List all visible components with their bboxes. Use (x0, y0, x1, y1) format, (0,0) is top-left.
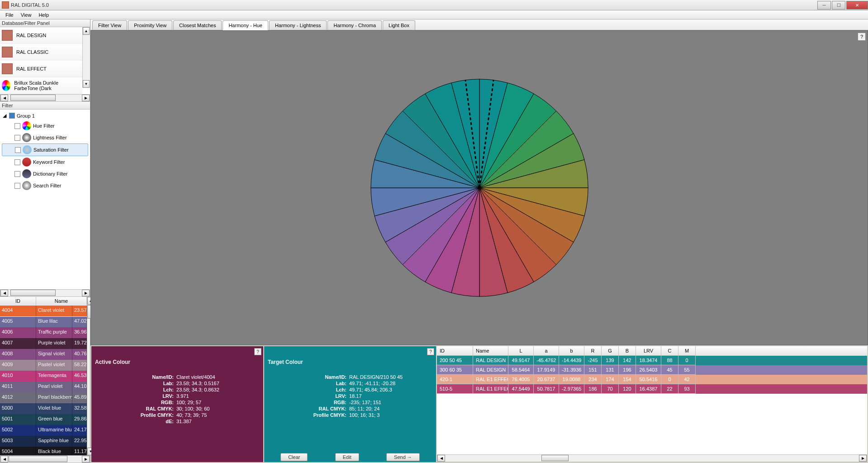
db-item[interactable]: RAL DESIGN (0, 27, 82, 44)
menu-file[interactable]: File (2, 11, 17, 19)
db-swatch-icon (2, 47, 13, 57)
app-icon (2, 1, 9, 9)
table-row[interactable]: 4011Pearl violet44.10 (0, 382, 87, 392)
target-colour-title: Target Colour (268, 359, 432, 365)
help-button[interactable]: ? (254, 348, 261, 355)
filter-item[interactable]: Lightness Filter (2, 132, 88, 143)
minimize-button[interactable]: ─ (817, 1, 831, 10)
table-row[interactable]: 200 50 45RAL DESIGN49.9147-45.4762-14.44… (437, 356, 867, 365)
tab[interactable]: Harmony - Lightness (269, 20, 327, 30)
filter-item[interactable]: Hue Filter (2, 120, 88, 132)
table-row[interactable]: 4008Signal violet40.76 (0, 349, 87, 360)
filter-item[interactable]: Saturation Filter (2, 143, 88, 156)
app-title: RAL DIGITAL 5.0 (11, 2, 816, 8)
left-panel: Database/Filter Panel RAL DESIGNRAL CLAS… (0, 19, 90, 463)
db-item[interactable]: Brillux Scala Dunkle FarbeTone (Dark (0, 77, 82, 94)
db-item[interactable]: RAL CLASSIC (0, 44, 82, 61)
table-row[interactable]: 300 60 35RAL DESIGN58.546417.9149-31.393… (437, 365, 867, 375)
ctable-scroll-h[interactable]: ◀ ▶ (0, 455, 90, 463)
col-header[interactable]: ID (437, 346, 473, 356)
db-swatch-icon (2, 63, 13, 74)
table-row[interactable]: 4009Pastel violet58.22 (0, 360, 87, 371)
filter-item[interactable]: Dictionary Filter (2, 168, 88, 180)
table-row[interactable]: 4006Traffic purple36.96 (0, 327, 87, 338)
tab[interactable]: Harmony - Chroma (327, 20, 382, 30)
col-header[interactable]: C (661, 346, 678, 356)
tab-bar: Filter ViewProximity ViewClosest Matches… (90, 19, 868, 30)
table-row[interactable]: 4007Purple violet19.72 (0, 338, 87, 349)
filter-icon (22, 121, 31, 130)
tab[interactable]: Light Box (383, 20, 415, 30)
close-button[interactable]: ✕ (846, 1, 868, 10)
col-header[interactable]: M (678, 346, 696, 356)
table-row[interactable]: 5000Violet blue32.58 (0, 403, 87, 414)
filter-title: Filter (0, 102, 90, 110)
db-panel-title: Database/Filter Panel (0, 19, 90, 27)
menu-bar: File View Help (0, 10, 868, 19)
filter-checkbox[interactable] (14, 183, 20, 189)
maximize-button[interactable]: ☐ (832, 1, 845, 10)
res-scroll-h[interactable]: ◀ ▶ (437, 454, 867, 462)
filter-icon (23, 145, 32, 154)
filter-scroll-h[interactable]: ◀ ▶ (0, 289, 90, 297)
active-colour-panel: ? Active Colour Name/ID:Claret violet/40… (91, 346, 263, 462)
filter-checkbox[interactable] (15, 147, 21, 153)
tab[interactable]: Harmony - Hue (223, 20, 268, 30)
db-scroll-h[interactable]: ◀ ▶ (0, 94, 90, 102)
help-button[interactable]: ? (858, 33, 866, 41)
filter-checkbox[interactable] (14, 123, 20, 129)
filter-checkbox[interactable] (14, 171, 20, 177)
filter-icon (22, 181, 31, 190)
hue-wheel[interactable] (369, 77, 590, 299)
harmony-viewport: ? (90, 30, 868, 345)
menu-help[interactable]: Help (35, 11, 52, 19)
active-colour-title: Active Colour (95, 359, 260, 365)
db-scroll-v[interactable]: ▲▼ (82, 27, 90, 88)
filter-item[interactable]: Keyword Filter (2, 156, 88, 168)
filter-checkbox[interactable] (14, 159, 20, 165)
col-id-hdr[interactable]: ID (0, 297, 36, 305)
table-row[interactable]: 4004Claret violet23.578 (0, 305, 87, 316)
database-list: RAL DESIGNRAL CLASSICRAL EFFECTBrillux S… (0, 27, 82, 94)
col-header[interactable]: LRV (636, 346, 661, 356)
filter-icon (22, 169, 31, 178)
edit-button[interactable]: Edit (335, 453, 359, 461)
title-bar: RAL DIGITAL 5.0 ─ ☐ ✕ (0, 0, 868, 10)
menu-view[interactable]: View (17, 11, 35, 19)
db-swatch-icon (2, 30, 13, 41)
clear-button[interactable]: Clear (280, 453, 308, 461)
col-header[interactable]: B (619, 346, 636, 356)
table-row[interactable]: 5002Ultramarine blue24.17 (0, 425, 87, 436)
table-row[interactable]: 4005Blue lilac47.02 (0, 316, 87, 327)
col-name-hdr[interactable]: Name (36, 297, 87, 305)
col-header[interactable]: a (534, 346, 559, 356)
tab[interactable]: Filter View (92, 20, 127, 30)
db-swatch-icon (2, 80, 10, 91)
tab[interactable]: Closest Matches (173, 20, 222, 30)
filter-icon (22, 158, 31, 167)
filter-item[interactable]: Search Filter (2, 180, 88, 191)
col-header[interactable]: G (602, 346, 619, 356)
table-row[interactable]: 5001Green blue29.86 (0, 414, 87, 425)
filter-checkbox[interactable] (14, 135, 20, 141)
color-table: ID Name 4004Claret violet23.5784005Blue … (0, 297, 87, 455)
filter-tree: ◢ Group 1 Hue FilterLightness FilterSatu… (0, 110, 90, 289)
table-row[interactable]: 4010Telemagenta46.53 (0, 371, 87, 382)
col-header[interactable]: b (559, 346, 584, 356)
filter-group[interactable]: ◢ Group 1 (2, 111, 88, 120)
result-table: IDNameLabRGBLRVCM 200 50 45RAL DESIGN49.… (437, 346, 867, 462)
target-colour-panel: ? Target Colour Name/ID:RAL DESIGN/210 5… (264, 346, 436, 462)
col-header[interactable]: Name (473, 346, 508, 356)
table-row[interactable]: 510-5RAL E1 EFFECT47.544950.7817-2.97365… (437, 384, 867, 394)
table-row[interactable]: 420-1RAL E1 EFFECT76.400520.673719.00882… (437, 375, 867, 384)
db-item[interactable]: RAL EFFECT (0, 61, 82, 77)
ctable-scroll-v[interactable]: ▲ ▼ (87, 297, 90, 455)
table-row[interactable]: 4012Pearl blackberry45.89 (0, 392, 87, 403)
send-button[interactable]: Send → (386, 453, 420, 461)
tab[interactable]: Proximity View (128, 20, 172, 30)
col-header[interactable]: L (508, 346, 534, 356)
table-row[interactable]: 5003Sapphire blue22.95 (0, 436, 87, 447)
group-checkbox[interactable] (9, 113, 15, 119)
col-header[interactable]: R (584, 346, 602, 356)
help-button[interactable]: ? (427, 348, 434, 355)
